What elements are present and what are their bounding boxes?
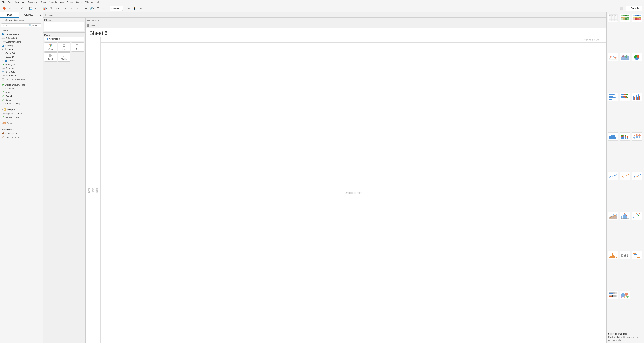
chart-gantt[interactable] (632, 251, 642, 260)
chart-box-whisker[interactable] (620, 251, 630, 260)
field-customer-name[interactable]: Abc Customer Name (0, 40, 42, 44)
menu-format[interactable]: Format (67, 1, 73, 3)
chart-histogram[interactable] (608, 251, 618, 260)
tab-data[interactable]: Data (0, 12, 19, 18)
annotate-button[interactable]: 🔗▾ (89, 6, 95, 11)
chart-area[interactable] (608, 212, 618, 220)
menu-worksheet[interactable]: Worksheet (15, 1, 25, 3)
mark-text[interactable]: T Text (71, 42, 84, 52)
chart-discrete-line[interactable] (620, 172, 630, 180)
mark-size[interactable]: Size (58, 42, 70, 52)
field-people-count[interactable]: # People (Count) (0, 116, 42, 119)
filter-button[interactable]: ▽ (32, 24, 34, 27)
menu-server[interactable]: Server (76, 1, 82, 3)
field-delivery[interactable]: Delivery (0, 44, 42, 48)
presentation-button[interactable]: ⊞ (126, 6, 131, 11)
field-7day-delivery[interactable]: ≡ 7 day delivery (0, 32, 42, 36)
field-profit[interactable]: # Profit (0, 90, 42, 94)
field-regional-manager[interactable]: Abc Regional Manager (0, 112, 42, 116)
standard-dropdown[interactable]: Standard ▾ (110, 6, 123, 11)
tooltip-button[interactable]: ✦ (102, 6, 107, 11)
row-drop-area[interactable]: Dropfieldhere (86, 37, 101, 343)
add-datasource-button[interactable]: 🗃 (34, 6, 39, 11)
menu-file[interactable]: File (2, 1, 5, 3)
filters-drop-area[interactable] (44, 22, 84, 31)
back-button[interactable]: ← (8, 6, 13, 11)
columns-shelf-content[interactable] (108, 18, 606, 23)
menu-analysis[interactable]: Analysis (49, 1, 57, 3)
share-button[interactable]: ⊕ (138, 6, 143, 11)
mark-tooltip[interactable]: Tooltip (58, 52, 70, 62)
chart-type-button[interactable]: 📊▾ (42, 6, 48, 11)
center-drop-area[interactable]: Drop field here (101, 42, 606, 343)
chart-filled-map[interactable] (620, 53, 630, 62)
chart-dual-combination[interactable] (620, 212, 630, 220)
forward-button[interactable]: → (14, 6, 19, 11)
field-ship-mode[interactable]: Abc Ship Mode (0, 74, 42, 78)
menu-help[interactable]: Help (96, 1, 100, 3)
select-tool[interactable]: ↖▾ (54, 6, 60, 11)
menu-dashboard[interactable]: Dashboard (28, 1, 38, 3)
col-drop-area[interactable]: Drop field here (101, 37, 606, 42)
chart-highlight-table[interactable] (632, 14, 642, 22)
field-quantity[interactable]: # Quantity (0, 94, 42, 98)
sort-asc-button[interactable]: ↑ (69, 6, 74, 11)
chart-scatter[interactable] (632, 212, 642, 220)
expand-icon-returns[interactable]: ▶ (2, 122, 3, 124)
view-toggle-button[interactable]: ⊞ (35, 24, 38, 27)
marks-type-selector[interactable]: Automatic ▾ (44, 37, 84, 41)
pages-shelf-content[interactable] (65, 12, 606, 18)
chart-dual-line[interactable] (632, 172, 642, 180)
field-sales[interactable]: # Sales (0, 98, 42, 102)
label-button[interactable]: A (83, 6, 88, 11)
menu-data[interactable]: Data (8, 1, 12, 3)
chart-h-bar[interactable] (608, 93, 618, 101)
mark-color[interactable]: Color (44, 42, 57, 52)
device-preview-button[interactable]: 📱 (132, 6, 137, 11)
chart-continuous-line[interactable] (608, 172, 618, 180)
field-profit-bin[interactable]: Profit (bin) (0, 62, 42, 66)
field-orders-count[interactable]: # Orders (Count) (0, 102, 42, 106)
field-calculation2[interactable]: Abc Calculation2 (0, 36, 42, 40)
present-icon[interactable]: ⬜ (619, 6, 624, 11)
expand-icon-people[interactable]: ▼ (2, 108, 3, 110)
rows-shelf-content[interactable] (108, 23, 606, 28)
chart-v-bar[interactable] (608, 132, 618, 140)
tab-analytics[interactable]: Analytics (19, 12, 38, 18)
field-actual-delivery[interactable]: # Actual Delivery Time (0, 83, 42, 87)
chart-heatmap[interactable] (620, 14, 630, 22)
field-top-customers[interactable]: Top Customers by P... (0, 78, 42, 81)
chart-text-table[interactable]: Abc Abc Abc (608, 14, 618, 22)
sort-desc-button[interactable]: ↓ (75, 6, 80, 11)
panel-collapse-arrow[interactable]: ‹ (38, 12, 42, 18)
chart-side-by-side-bars[interactable] (632, 93, 642, 101)
chart-symbol-map[interactable] (608, 53, 618, 62)
sort-button[interactable]: ▾ (38, 24, 40, 27)
menu-story[interactable]: Story (41, 1, 46, 3)
field-top-customers-param[interactable]: # Top Customers (0, 135, 42, 139)
group-button[interactable]: ⊞ (63, 6, 68, 11)
save-button[interactable]: 💾 (28, 6, 33, 11)
mark-detail[interactable]: Detail (44, 52, 57, 62)
text-button[interactable]: T (96, 6, 101, 11)
swap-button[interactable]: ⇅ (48, 6, 54, 11)
chart-bullet[interactable] (608, 291, 618, 299)
search-input[interactable] (2, 24, 29, 27)
field-discount[interactable]: # Discount (0, 87, 42, 90)
menu-window[interactable]: Window (86, 1, 93, 3)
chart-packed-bubble[interactable] (620, 291, 630, 299)
field-ship-date[interactable]: Ship Date (0, 70, 42, 74)
undo-button[interactable]: ↺▾ (20, 6, 25, 11)
chart-circles[interactable] (632, 132, 642, 140)
show-me-button[interactable]: ≣ Show Me (626, 6, 642, 11)
chart-stacked-v-bar[interactable] (620, 132, 630, 140)
menu-map[interactable]: Map (60, 1, 64, 3)
field-location[interactable]: ▶ Location (0, 48, 42, 51)
field-product[interactable]: ▶ Product (0, 59, 42, 62)
field-profit-bin-size[interactable]: # Profit Bin Size (0, 132, 42, 135)
datasource-item[interactable]: Sample - Superstore (0, 18, 42, 22)
field-order-date[interactable]: Order Date (0, 51, 42, 55)
chart-stacked-h-bar[interactable] (620, 93, 630, 101)
chart-pie[interactable] (632, 53, 642, 62)
field-order-id[interactable]: Abc Order ID (0, 55, 42, 59)
